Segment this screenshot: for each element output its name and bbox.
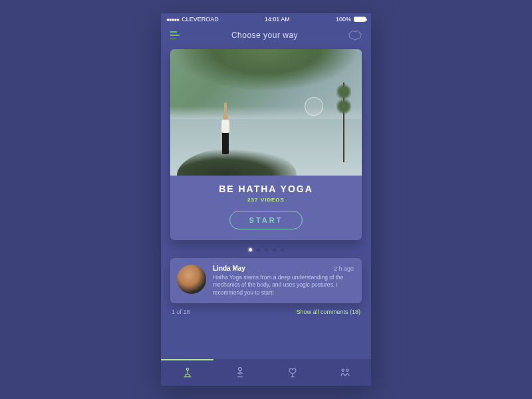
phone-screen: ●●●●● CLEVEROAD 14:01 AM 100% Choose you… [161, 13, 371, 386]
comment-card[interactable]: Linda May 2 h ago Hatha Yoga stems from … [170, 258, 362, 303]
touch-indicator-icon [305, 97, 323, 116]
card-body: BE HATHA YOGA 237 VIDEOS START [170, 176, 362, 240]
tab-indicator [161, 359, 213, 360]
svg-point-2 [342, 369, 344, 371]
tab-meditation-icon[interactable] [180, 365, 195, 380]
main-content: BE HATHA YOGA 237 VIDEOS START Linda May… [161, 45, 371, 359]
card-title: BE HATHA YOGA [170, 184, 362, 194]
comment-text: Hatha Yoga stems from a deep understandi… [213, 274, 354, 297]
tab-growth-icon[interactable] [233, 365, 247, 380]
tab-wellness-icon[interactable] [285, 365, 300, 380]
pagination-dots[interactable] [170, 248, 362, 251]
comments-position: 1 of 18 [172, 309, 190, 315]
battery-icon [354, 17, 366, 22]
pagination-dot[interactable] [257, 248, 260, 251]
start-button[interactable]: START [229, 211, 303, 229]
carrier-label: CLEVEROAD [182, 16, 219, 23]
avatar [177, 265, 206, 294]
comment-author: Linda May [213, 265, 245, 272]
svg-point-1 [238, 368, 241, 371]
signal-dots-icon: ●●●●● [166, 17, 179, 23]
pagination-dot[interactable] [249, 248, 252, 251]
comment-time: 2 h ago [334, 265, 354, 272]
comment-body: Linda May 2 h ago Hatha Yoga stems from … [213, 265, 354, 297]
pagination-dot[interactable] [273, 248, 276, 251]
card-hero-image [170, 49, 362, 176]
app-header: Choose your way [161, 25, 371, 45]
show-all-comments-link[interactable]: Show all comments (18) [296, 309, 360, 315]
battery-percent: 100% [336, 16, 351, 23]
tab-community-icon[interactable] [338, 365, 352, 380]
status-bar: ●●●●● CLEVEROAD 14:01 AM 100% [161, 13, 371, 25]
menu-icon[interactable] [170, 31, 181, 39]
status-right: 100% [336, 16, 366, 23]
status-left: ●●●●● CLEVEROAD [166, 16, 219, 23]
status-time: 14:01 AM [265, 16, 290, 23]
yoga-card[interactable]: BE HATHA YOGA 237 VIDEOS START [170, 49, 362, 240]
lotus-logo-icon[interactable] [348, 29, 362, 41]
comments-footer: 1 of 18 Show all comments (18) [172, 309, 360, 315]
pagination-dot[interactable] [281, 248, 284, 251]
pagination-dot[interactable] [265, 248, 268, 251]
tab-bar [161, 359, 371, 386]
page-title: Choose your way [231, 31, 298, 40]
card-video-count: 237 VIDEOS [170, 197, 362, 203]
svg-point-3 [346, 369, 348, 371]
